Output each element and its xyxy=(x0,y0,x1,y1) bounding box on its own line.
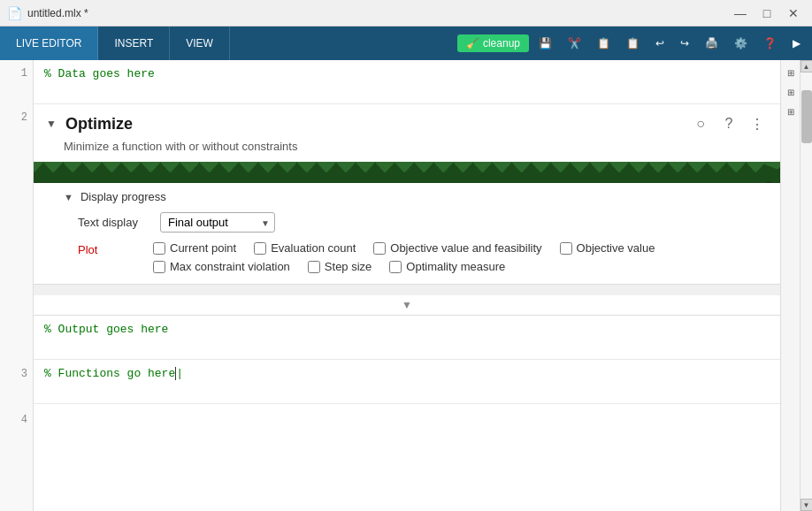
optimize-header: ▼ Optimize ○ ? ⋮ xyxy=(34,104,780,140)
plot-row: Plot Current point Evaluation count xyxy=(64,241,768,273)
line-numbers: 1 2 3 4 xyxy=(0,60,34,511)
horizontal-scrollbar[interactable] xyxy=(34,284,780,294)
ribbon-right-section: 🧹 cleanup 💾 ✂️ 📋 📋 ↩ ↪ 🖨️ ⚙️ ❓ ▶ xyxy=(457,27,812,60)
text-display-label: Text display xyxy=(78,216,153,229)
optimize-title: Optimize xyxy=(65,115,683,133)
window-controls: — □ ✕ xyxy=(729,4,805,22)
line-number-4: 4 xyxy=(0,407,33,451)
checkbox-optimality-measure-input[interactable] xyxy=(389,261,402,273)
expand-button[interactable]: ▶ xyxy=(786,34,807,52)
checkbox-max-constraint-label: Max constraint violation xyxy=(170,260,290,273)
optimize-icon-group: ○ ? ⋮ xyxy=(690,113,768,134)
checkbox-step-size-label: Step size xyxy=(325,260,372,273)
cut-button[interactable]: ✂️ xyxy=(562,34,587,52)
checkbox-evaluation-count[interactable]: Evaluation count xyxy=(254,241,356,255)
zigzag-bar xyxy=(34,162,780,183)
checkbox-max-constraint-input[interactable] xyxy=(153,261,165,273)
cleanup-button[interactable]: 🧹 cleanup xyxy=(457,34,529,52)
broom-icon: 🧹 xyxy=(466,37,479,50)
minimize-button[interactable]: — xyxy=(729,4,752,22)
undo-button[interactable]: ↩ xyxy=(649,34,670,52)
text-display-select[interactable]: Iterative display Final output None xyxy=(160,212,275,233)
checkbox-optimality-measure[interactable]: Optimality measure xyxy=(389,260,505,273)
help-button[interactable]: ❓ xyxy=(757,34,783,52)
code-cell-1[interactable]: % Data goes here xyxy=(34,60,780,104)
maximize-button[interactable]: □ xyxy=(755,4,778,22)
display-progress-arrow[interactable]: ▼ xyxy=(64,192,73,202)
scroll-up-arrow[interactable]: ▲ xyxy=(801,60,813,72)
right-panel-btn-2[interactable]: ⊞ xyxy=(782,83,800,101)
code-cell-3[interactable]: % Output goes here xyxy=(34,316,780,360)
checkbox-current-point-input[interactable] xyxy=(153,242,165,255)
optimize-body: ▼ Display progress Text display Iterativ… xyxy=(34,183,780,284)
right-panel-btn-1[interactable]: ⊞ xyxy=(782,64,800,81)
plot-checkboxes: Current point Evaluation count Objective… xyxy=(153,241,655,273)
checkbox-row-1: Current point Evaluation count Objective… xyxy=(153,241,655,255)
tab-live-editor[interactable]: LIVE EDITOR xyxy=(0,27,98,60)
redo-button[interactable]: ↪ xyxy=(674,34,695,52)
app-icon: 📄 xyxy=(7,6,22,20)
checkbox-max-constraint[interactable]: Max constraint violation xyxy=(153,260,290,273)
vertical-scrollbar[interactable]: ▲ ▼ xyxy=(800,60,812,511)
scroll-track xyxy=(801,72,813,499)
settings-button[interactable]: ⚙️ xyxy=(728,34,754,52)
collapse-down-button[interactable]: ▼ xyxy=(34,294,780,315)
right-panel-btn-3[interactable]: ⊞ xyxy=(782,103,800,120)
line-number-3: 3 xyxy=(0,361,33,407)
code-text-3: % Output goes here xyxy=(44,323,168,336)
code-cell-4[interactable]: % Functions go here| xyxy=(34,360,780,404)
checkbox-row-2: Max constraint violation Step size Optim… xyxy=(153,260,655,273)
close-button[interactable]: ✕ xyxy=(782,4,805,22)
ribbon-toolbar: LIVE EDITOR INSERT VIEW 🧹 cleanup 💾 ✂️ 📋… xyxy=(0,27,812,60)
checkbox-evaluation-count-label: Evaluation count xyxy=(271,241,356,255)
display-progress-row: ▼ Display progress xyxy=(64,190,768,203)
checkbox-optimality-measure-label: Optimality measure xyxy=(406,260,505,273)
text-display-row: Text display Iterative display Final out… xyxy=(64,212,768,233)
checkbox-step-size-input[interactable] xyxy=(308,261,320,273)
checkbox-objective-value-label: Objective value xyxy=(577,241,655,255)
line-number-2: 2 xyxy=(0,104,33,361)
title-bar: 📄 untitled.mlx * — □ ✕ xyxy=(0,0,812,27)
window-title: untitled.mlx * xyxy=(27,7,729,19)
scroll-thumb[interactable] xyxy=(801,90,812,143)
optimize-subtitle: Minimize a function with or without cons… xyxy=(34,140,780,162)
checkbox-evaluation-count-input[interactable] xyxy=(254,242,266,255)
editor-content[interactable]: % Data goes here ▼ Optimize ○ ? ⋮ Minimi… xyxy=(34,60,780,511)
editor-area: 1 2 3 4 % Data goes here ▼ Optimize ○ ? … xyxy=(0,60,812,511)
paste-button[interactable]: 📋 xyxy=(620,34,646,52)
checkbox-objective-feasibility[interactable]: Objective value and feasibility xyxy=(373,241,541,255)
checkbox-objective-feasibility-input[interactable] xyxy=(373,242,386,255)
checkbox-objective-value-input[interactable] xyxy=(560,242,572,255)
plot-label: Plot xyxy=(78,241,153,256)
checkbox-objective-value[interactable]: Objective value xyxy=(560,241,655,255)
checkbox-current-point-label: Current point xyxy=(170,241,236,255)
right-panel: ⊞ ⊞ ⊞ xyxy=(780,60,800,511)
optimize-collapse-icon[interactable]: ▼ xyxy=(46,118,58,130)
line-number-1: 1 xyxy=(0,60,33,104)
text-display-select-wrapper: Iterative display Final output None ▼ xyxy=(160,212,275,233)
tab-insert[interactable]: INSERT xyxy=(98,27,170,60)
code-text-1: % Data goes here xyxy=(44,67,155,80)
optimize-radio-button[interactable]: ○ xyxy=(690,113,711,134)
checkbox-step-size[interactable]: Step size xyxy=(308,260,372,273)
checkbox-current-point[interactable]: Current point xyxy=(153,241,236,255)
display-progress-label: Display progress xyxy=(80,190,166,203)
checkbox-objective-feasibility-label: Objective value and feasibility xyxy=(390,241,541,255)
code-text-4: % Functions go here| xyxy=(44,367,183,380)
save-button[interactable]: 💾 xyxy=(532,34,558,52)
optimize-more-button[interactable]: ⋮ xyxy=(747,113,768,134)
copy-button[interactable]: 📋 xyxy=(591,34,617,52)
optimize-help-button[interactable]: ? xyxy=(718,113,739,134)
tab-view[interactable]: VIEW xyxy=(170,27,230,60)
optimize-block: ▼ Optimize ○ ? ⋮ Minimize a function wit… xyxy=(34,104,780,316)
scroll-down-arrow[interactable]: ▼ xyxy=(801,499,813,511)
print-button[interactable]: 🖨️ xyxy=(699,34,724,52)
